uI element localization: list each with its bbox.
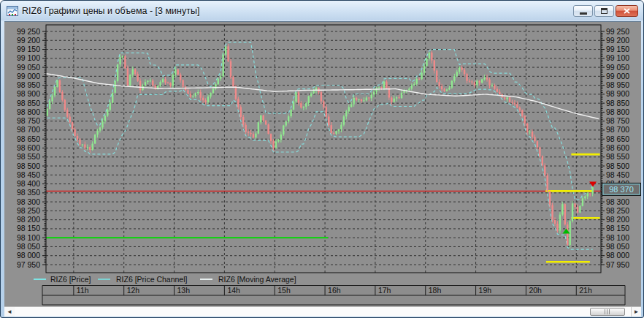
svg-text:99 100: 99 100 [606,53,629,62]
scrollbar-thumb[interactable] [590,308,625,316]
svg-text:98 450: 98 450 [606,170,629,179]
svg-text:19h: 19h [479,286,492,295]
svg-text:99 250: 99 250 [17,27,40,36]
svg-text:98 000: 98 000 [17,251,40,260]
svg-text:98 000: 98 000 [606,251,629,260]
svg-text:97 950: 97 950 [606,260,629,269]
svg-text:98 450: 98 450 [17,170,40,179]
scroll-right-button[interactable]: ► [631,307,641,317]
close-button[interactable] [616,5,638,17]
svg-text:16h: 16h [328,286,341,295]
svg-text:98 350: 98 350 [17,188,40,197]
last-price-badge: 98 370 [602,183,641,195]
svg-text:98 150: 98 150 [606,224,629,232]
svg-text:21h: 21h [579,286,592,295]
svg-text:98 850: 98 850 [17,99,40,107]
scroll-left-button[interactable]: ◄ [4,307,15,317]
svg-text:97 950: 97 950 [17,260,40,269]
app-window: RIZ6 Графики цены и объема - [3 минуты] … [0,0,644,318]
window-controls [573,5,638,17]
svg-text:98 850: 98 850 [606,99,629,107]
svg-text:99 200: 99 200 [606,36,629,45]
svg-text:98 300: 98 300 [17,197,40,206]
svg-text:98 700: 98 700 [606,125,629,134]
svg-text:98 500: 98 500 [17,162,40,170]
svg-text:98 370: 98 370 [609,185,634,194]
svg-text:RIZ6 [Moving Average]: RIZ6 [Moving Average] [218,275,296,284]
svg-text:17h: 17h [378,286,391,295]
svg-text:98 050: 98 050 [17,242,40,251]
window-title: RIZ6 Графики цены и объема - [3 минуты] [22,6,199,16]
svg-text:99 000: 99 000 [17,72,40,80]
svg-text:98 050: 98 050 [606,242,629,251]
svg-text:99 100: 99 100 [17,53,40,62]
svg-text:98 800: 98 800 [606,107,629,116]
close-icon [624,8,630,14]
svg-text:98 250: 98 250 [606,206,629,215]
svg-text:99 250: 99 250 [606,27,629,36]
svg-text:98 600: 98 600 [17,143,40,152]
svg-text:98 950: 98 950 [17,80,40,89]
svg-text:99 050: 99 050 [17,63,40,72]
svg-text:99 200: 99 200 [17,36,40,45]
svg-text:98 400: 98 400 [17,179,40,188]
svg-text:98 550: 98 550 [606,152,629,161]
svg-text:15h: 15h [277,286,291,295]
svg-text:18h: 18h [429,286,442,295]
chart-client-area: 99 25099 25099 20099 20099 15099 15099 1… [4,21,641,316]
chart-legend: RIZ6 [Price]RIZ6 [Price Channel]RIZ6 [Mo… [34,275,296,284]
svg-text:98 600: 98 600 [606,143,629,152]
svg-text:98 900: 98 900 [606,89,629,98]
svg-text:98 100: 98 100 [17,233,40,242]
svg-text:98 250: 98 250 [17,206,40,215]
svg-text:98 300: 98 300 [606,197,629,206]
minimize-icon [580,12,587,15]
svg-text:98 950: 98 950 [606,80,629,89]
svg-text:99 150: 99 150 [606,45,629,53]
svg-text:11h: 11h [77,286,89,295]
svg-text:98 700: 98 700 [17,125,40,134]
svg-text:98 650: 98 650 [17,135,40,143]
svg-text:99 050: 99 050 [606,63,629,72]
svg-text:14h: 14h [227,286,240,295]
restore-icon [601,8,607,14]
svg-text:98 200: 98 200 [606,215,629,224]
svg-text:RIZ6 [Price Channel]: RIZ6 [Price Channel] [116,275,188,284]
horizontal-scrollbar[interactable]: ◄ ► [4,306,641,317]
svg-text:20h: 20h [529,286,542,295]
minimize-button[interactable] [573,5,593,17]
svg-text:99 000: 99 000 [606,72,629,80]
svg-text:12h: 12h [127,286,140,295]
svg-text:99 150: 99 150 [17,45,40,53]
svg-text:98 650: 98 650 [606,135,629,143]
scrollbar-grip-icon [605,309,610,314]
svg-text:98 550: 98 550 [17,152,40,161]
svg-text:98 500: 98 500 [606,162,629,170]
svg-text:98 100: 98 100 [606,233,629,242]
svg-text:98 750: 98 750 [17,116,40,125]
svg-text:98 200: 98 200 [17,215,40,224]
time-axis: 11h12h13h14h15h16h17h18h19h20h21h [42,286,625,306]
svg-text:98 150: 98 150 [17,224,40,232]
price-chart[interactable]: 99 25099 25099 20099 20099 15099 15099 1… [4,22,641,306]
svg-text:RIZ6 [Price]: RIZ6 [Price] [50,275,91,284]
svg-text:98 900: 98 900 [17,89,40,98]
svg-text:13h: 13h [177,286,191,295]
svg-text:98 800: 98 800 [17,107,40,116]
chart-window-icon [7,6,18,16]
svg-text:98 750: 98 750 [606,116,629,125]
scrollbar-track[interactable] [15,307,631,317]
restore-button[interactable] [594,5,614,17]
plot-area [46,25,601,273]
window-titlebar[interactable]: RIZ6 Графики цены и объема - [3 минуты] [1,1,643,20]
